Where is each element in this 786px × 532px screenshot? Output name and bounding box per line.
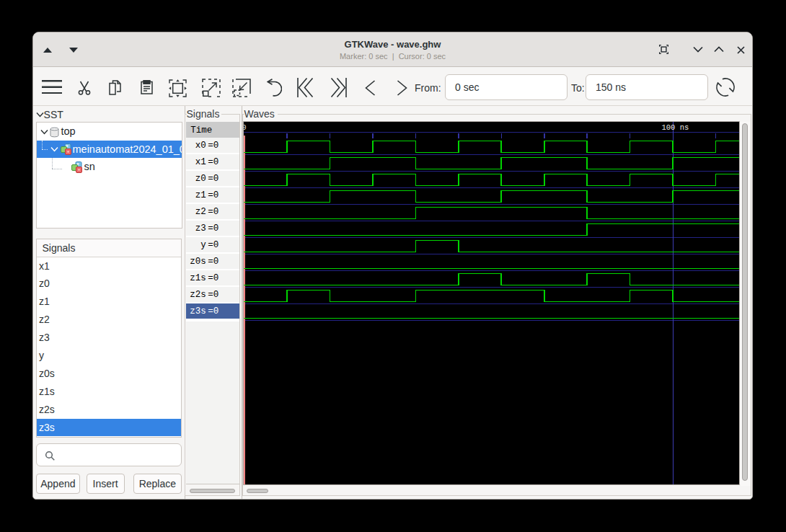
svg-text:0: 0: [244, 123, 247, 132]
svg-text:100 ns: 100 ns: [661, 123, 689, 132]
